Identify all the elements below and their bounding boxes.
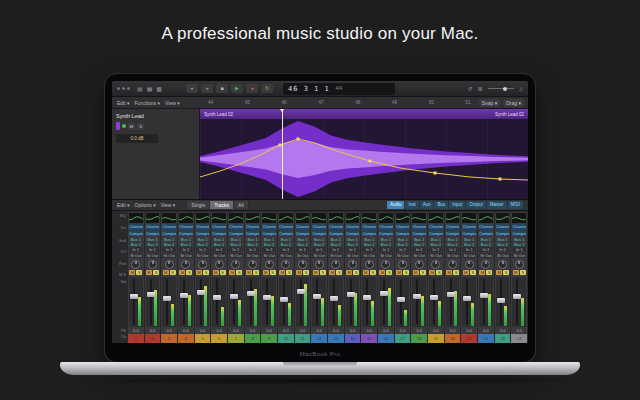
master-volume-slider[interactable] [488, 88, 514, 89]
pan-knob[interactable] [215, 260, 224, 269]
mute-button[interactable]: M [229, 270, 235, 275]
fader-cap[interactable] [247, 291, 255, 296]
input-slot[interactable]: In 1 [462, 247, 476, 252]
insert-slot[interactable]: Compressor [346, 231, 360, 237]
fader[interactable] [462, 277, 476, 327]
solo-button[interactable]: S [453, 270, 459, 275]
mixer-menu-view[interactable]: View ▾ [161, 202, 176, 208]
eq-thumbnail[interactable] [512, 213, 526, 223]
output-slot[interactable]: St Out [262, 253, 276, 258]
channel-label[interactable]: 14 [345, 334, 361, 343]
pan-knob[interactable] [248, 260, 257, 269]
eq-thumbnail[interactable] [496, 213, 510, 223]
mute-button[interactable]: M [429, 270, 435, 275]
eq-thumbnail[interactable] [229, 213, 243, 223]
library-icon[interactable]: ▤ [137, 86, 143, 92]
input-slot[interactable]: In 1 [162, 247, 176, 252]
pan-knob[interactable] [381, 260, 390, 269]
filter-master[interactable]: Master [487, 201, 507, 209]
channel-strip[interactable]: Channel EQCompressorBus 1Bus 2In 1St Out… [261, 212, 277, 343]
channel-strip[interactable]: Channel EQCompressorBus 1Bus 2In 1St Out… [461, 212, 477, 343]
solo-button[interactable]: S [236, 270, 242, 275]
channel-strip[interactable]: Channel EQCompressorBus 1Bus 2In 1St Out… [228, 212, 244, 343]
eq-thumbnail[interactable] [146, 213, 160, 223]
insert-slot[interactable]: Channel EQ [512, 224, 526, 230]
pan-knob[interactable] [331, 260, 340, 269]
output-slot[interactable]: St Out [496, 253, 510, 258]
insert-slot[interactable]: Compressor [262, 231, 276, 237]
mute-button[interactable]: M [496, 270, 502, 275]
waveform-svg[interactable] [200, 119, 528, 199]
filter-output[interactable]: Output [466, 201, 486, 209]
pan-knob[interactable] [465, 260, 474, 269]
insert-slot[interactable]: Channel EQ [329, 224, 343, 230]
pan-knob[interactable] [515, 260, 524, 269]
solo-button[interactable]: S [203, 270, 209, 275]
input-slot[interactable]: In 1 [146, 247, 160, 252]
insert-slot[interactable]: Channel EQ [296, 224, 310, 230]
fader[interactable] [262, 277, 276, 327]
mute-button[interactable]: M [346, 270, 352, 275]
pan-knob[interactable] [498, 260, 507, 269]
channel-label[interactable]: 10 [278, 334, 294, 343]
pan-knob[interactable] [365, 260, 374, 269]
output-slot[interactable]: St Out [146, 253, 160, 258]
pan-knob[interactable] [281, 260, 290, 269]
eq-thumbnail[interactable] [129, 213, 143, 223]
window-controls[interactable] [117, 87, 130, 90]
input-slot[interactable]: In 1 [229, 247, 243, 252]
solo-button[interactable]: S [303, 270, 309, 275]
input-slot[interactable]: In 1 [129, 247, 143, 252]
insert-slot[interactable]: Compressor [146, 231, 160, 237]
insert-slot[interactable]: Compressor [479, 231, 493, 237]
insert-slot[interactable]: Channel EQ [312, 224, 326, 230]
eq-thumbnail[interactable] [246, 213, 260, 223]
insert-slot[interactable]: Channel EQ [129, 224, 143, 230]
pan-knob[interactable] [315, 260, 324, 269]
insert-slot[interactable]: Compressor [296, 231, 310, 237]
channel-strip[interactable]: Channel EQCompressorBus 1Bus 2In 1St Out… [311, 212, 327, 343]
eq-thumbnail[interactable] [196, 213, 210, 223]
insert-slot[interactable]: Compressor [279, 231, 293, 237]
fader-cap[interactable] [197, 290, 205, 295]
insert-slot[interactable]: Compressor [229, 231, 243, 237]
solo-button[interactable]: S [170, 270, 176, 275]
channel-strip[interactable]: Channel EQCompressorBus 1Bus 2In 1St Out… [161, 212, 177, 343]
filter-input[interactable]: Input [449, 201, 465, 209]
input-slot[interactable]: In 1 [296, 247, 310, 252]
region-gain-field[interactable]: 0.0 dB [116, 134, 158, 143]
fader[interactable] [196, 277, 210, 327]
channel-label[interactable]: 3 [161, 334, 177, 343]
insert-slot[interactable]: Channel EQ [196, 224, 210, 230]
output-slot[interactable]: St Out [229, 253, 243, 258]
channel-strip[interactable]: Channel EQCompressorBus 1Bus 2In 1St Out… [195, 212, 211, 343]
mute-button[interactable]: M [246, 270, 252, 275]
snap-dropdown[interactable]: Snap ▾ [479, 99, 501, 107]
eq-thumbnail[interactable] [379, 213, 393, 223]
eq-thumbnail[interactable] [429, 213, 443, 223]
fader-cap[interactable] [180, 293, 188, 298]
insert-slot[interactable]: Channel EQ [379, 224, 393, 230]
insert-slot[interactable]: Channel EQ [362, 224, 376, 230]
pan-knob[interactable] [481, 260, 490, 269]
input-slot[interactable]: In 1 [362, 247, 376, 252]
fader[interactable] [346, 277, 360, 327]
fader-cap[interactable] [380, 291, 388, 296]
channel-label[interactable]: 15 [361, 334, 377, 343]
channel-label[interactable]: 8 [245, 334, 261, 343]
channel-strip[interactable]: Channel EQCompressorBus 1Bus 2In 1St Out… [378, 212, 394, 343]
output-slot[interactable]: St Out [296, 253, 310, 258]
input-slot[interactable]: In 1 [212, 247, 226, 252]
editor-menu-view[interactable]: View ▾ [165, 100, 180, 106]
fader[interactable] [312, 277, 326, 327]
forward-button[interactable]: » [201, 84, 213, 93]
fader[interactable] [146, 277, 160, 327]
mute-button[interactable]: M [479, 270, 485, 275]
input-slot[interactable]: In 1 [246, 247, 260, 252]
fader-cap[interactable] [347, 292, 355, 297]
fader-cap[interactable] [213, 295, 221, 300]
pan-knob[interactable] [348, 260, 357, 269]
output-slot[interactable]: St Out [179, 253, 193, 258]
mute-button[interactable]: M [463, 270, 469, 275]
record-button[interactable]: ● [246, 84, 258, 93]
